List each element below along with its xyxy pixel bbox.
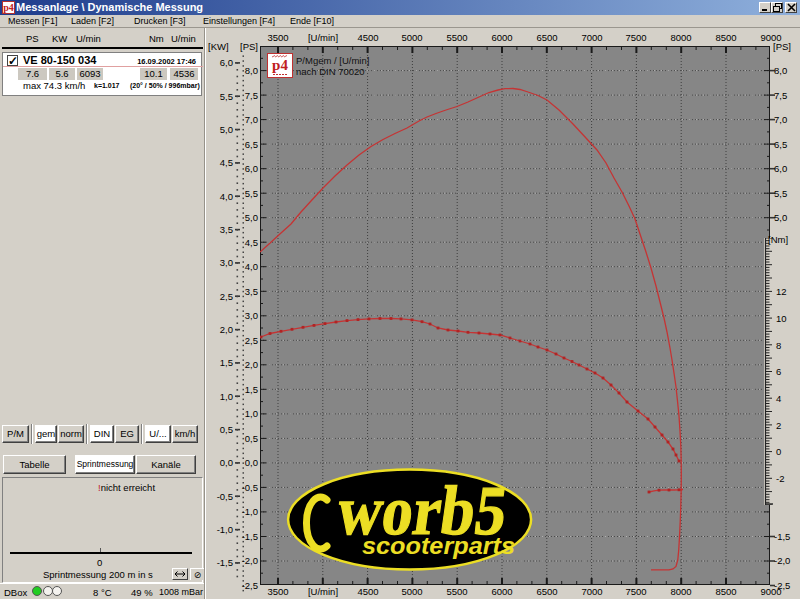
svg-text:scooterparts: scooterparts	[362, 533, 515, 559]
svg-text:p4: p4	[272, 57, 288, 73]
